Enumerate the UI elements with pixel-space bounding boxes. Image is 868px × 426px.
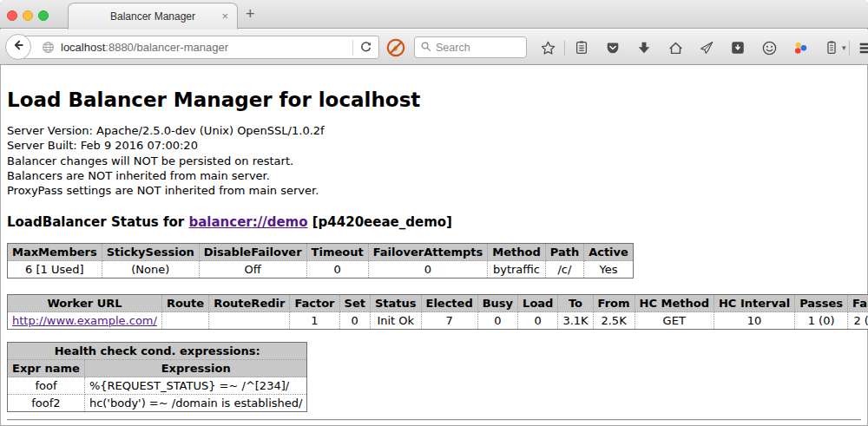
url-bar[interactable]: localhost:8880/balancer-manager bbox=[18, 36, 379, 59]
column-header: From bbox=[593, 295, 635, 312]
bookmark-star-icon[interactable] bbox=[539, 39, 556, 56]
set-cell: 0 bbox=[339, 312, 370, 330]
colored-dots-extension-icon[interactable] bbox=[792, 39, 809, 56]
zoom-window-button[interactable] bbox=[38, 10, 49, 21]
tab-close-icon[interactable]: × bbox=[221, 10, 228, 23]
column-header: HC Interval bbox=[713, 295, 794, 312]
status-heading-prefix: LoadBalancer Status for bbox=[7, 214, 188, 230]
new-tab-button[interactable]: + bbox=[246, 5, 255, 23]
routeredir-cell bbox=[209, 312, 290, 330]
column-header: MaxMembers bbox=[8, 244, 102, 261]
expr-name-cell: foof2 bbox=[8, 395, 85, 412]
search-input[interactable] bbox=[436, 42, 519, 54]
column-header: Set bbox=[339, 295, 370, 312]
column-header: StickySession bbox=[102, 244, 199, 261]
table-header-row: MaxMembers StickySession DisableFailover… bbox=[8, 244, 634, 261]
url-text[interactable]: localhost:8880/balancer-manager bbox=[61, 41, 228, 54]
balancer-settings-table: MaxMembers StickySession DisableFailover… bbox=[7, 243, 634, 279]
titlebar: Balancer Manager × + bbox=[0, 0, 868, 29]
browser-tab[interactable]: Balancer Manager × bbox=[68, 3, 238, 29]
table-header-row: Worker URL Route RouteRedir Factor Set S… bbox=[8, 295, 868, 312]
url-path: :8880/balancer-manager bbox=[105, 41, 228, 54]
column-header: Status bbox=[370, 295, 421, 312]
column-header: FailoverAttempts bbox=[368, 244, 488, 261]
column-header: Busy bbox=[477, 295, 517, 312]
url-domain: localhost bbox=[61, 41, 105, 54]
table-row: foof2 hc('body') =~ /domain is establish… bbox=[8, 395, 307, 412]
notice-line: Balancer changes will NOT be persisted o… bbox=[7, 154, 861, 168]
to-cell: 3.1K bbox=[558, 312, 593, 330]
column-header: Load bbox=[518, 295, 558, 312]
site-identity-globe-icon[interactable] bbox=[42, 41, 55, 54]
toolbar-divider bbox=[849, 41, 850, 56]
toolbar-divider bbox=[564, 41, 565, 56]
column-header: Expression bbox=[84, 360, 307, 377]
expression-cell: hc('body') =~ /domain is established/ bbox=[84, 395, 307, 412]
dropdown-caret-icon[interactable]: ▾ bbox=[842, 43, 846, 52]
column-header: DisableFailover bbox=[199, 244, 306, 261]
failoverattempts-cell: 0 bbox=[368, 261, 488, 279]
active-cell: Yes bbox=[584, 261, 634, 279]
health-check-table: Health check cond. expressions: Expr nam… bbox=[7, 342, 307, 412]
column-header: To bbox=[558, 295, 593, 312]
stickysession-cell: (None) bbox=[102, 261, 199, 279]
column-header: HC Method bbox=[635, 295, 713, 312]
route-cell bbox=[161, 312, 208, 330]
clipboard-extension-icon[interactable] bbox=[823, 39, 840, 56]
reload-button[interactable] bbox=[359, 41, 372, 54]
page-title: Load Balancer Manager for localhost bbox=[7, 88, 861, 111]
worker-url-link[interactable]: http://www.example.com/ bbox=[12, 314, 157, 327]
minimize-window-button[interactable] bbox=[23, 10, 33, 21]
back-button[interactable] bbox=[5, 34, 31, 60]
hamburger-menu-icon[interactable] bbox=[858, 39, 868, 56]
column-header: Passes bbox=[795, 295, 848, 312]
column-header: Path bbox=[545, 244, 583, 261]
balancer-demo-link[interactable]: balancer://demo bbox=[188, 214, 307, 230]
video-download-icon[interactable] bbox=[729, 39, 746, 56]
server-info: Server Version: Apache/2.5.0-dev (Unix) … bbox=[7, 123, 861, 153]
downloads-icon[interactable] bbox=[635, 39, 653, 56]
worker-row: http://www.example.com/ 1 0 Init Ok 7 0 … bbox=[8, 312, 868, 330]
fails-cell: 2 (0) bbox=[848, 312, 868, 330]
table-header-row: Expr name Expression bbox=[8, 360, 307, 377]
notice-line: ProxyPass settings are NOT inherited fro… bbox=[7, 183, 861, 198]
passes-cell: 1 (0) bbox=[795, 312, 848, 330]
page-content: Load Balancer Manager for localhost Serv… bbox=[0, 66, 868, 421]
pocket-icon[interactable] bbox=[604, 39, 621, 56]
navigation-toolbar: localhost:8880/balancer-manager bbox=[0, 29, 868, 65]
column-header: Method bbox=[488, 244, 545, 261]
table-row: 6 [1 Used] (None) Off 0 0 bytraffic /c/ … bbox=[8, 261, 634, 279]
column-header: Fails bbox=[848, 295, 868, 312]
browser-window: Balancer Manager × + localhost:8880/bala… bbox=[0, 0, 868, 426]
worker-table: Worker URL Route RouteRedir Factor Set S… bbox=[7, 294, 868, 330]
column-header: Expr name bbox=[8, 360, 85, 377]
maxmembers-cell: 6 [1 Used] bbox=[8, 261, 102, 279]
server-built-line: Server Built: Feb 9 2016 07:00:20 bbox=[7, 138, 861, 153]
worker-url-cell: http://www.example.com/ bbox=[8, 312, 162, 330]
expression-cell: %{REQUEST_STATUS} =~ /^[234]/ bbox=[84, 377, 307, 395]
column-header: Active bbox=[584, 244, 634, 261]
send-plane-icon[interactable] bbox=[698, 39, 715, 56]
search-bar[interactable] bbox=[414, 36, 527, 58]
hc-method-cell: GET bbox=[635, 312, 713, 330]
column-header: Timeout bbox=[306, 244, 368, 261]
path-cell: /c/ bbox=[545, 261, 583, 279]
urlbar-divider bbox=[352, 40, 353, 56]
column-header: Route bbox=[161, 295, 208, 312]
expr-name-cell: foof bbox=[8, 377, 85, 395]
health-check-table-title: Health check cond. expressions: bbox=[8, 343, 307, 360]
close-window-button[interactable] bbox=[7, 10, 17, 21]
page-bottom-rule bbox=[7, 419, 861, 421]
content-blocked-icon[interactable] bbox=[385, 37, 406, 62]
timeout-cell: 0 bbox=[306, 261, 368, 279]
disablefailover-cell: Off bbox=[199, 261, 306, 279]
back-arrow-icon bbox=[11, 38, 25, 56]
column-header: Factor bbox=[290, 295, 339, 312]
feedback-smiley-icon[interactable] bbox=[760, 39, 778, 56]
reading-list-icon[interactable] bbox=[573, 39, 590, 56]
home-icon[interactable] bbox=[667, 39, 684, 56]
toolbar-icons: ▾ bbox=[532, 36, 868, 60]
from-cell: 2.5K bbox=[593, 312, 635, 330]
table-row: foof %{REQUEST_STATUS} =~ /^[234]/ bbox=[8, 377, 307, 395]
notice-line: Balancers are NOT inherited from main se… bbox=[7, 168, 861, 183]
